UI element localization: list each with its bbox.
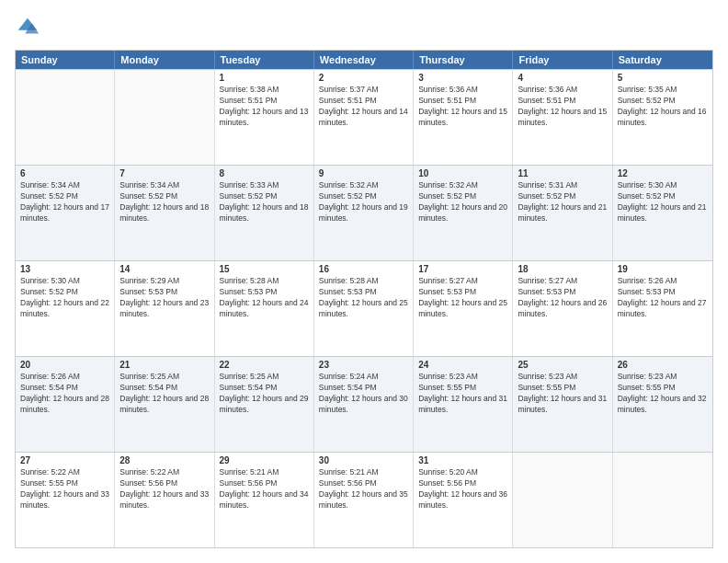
day-info: Sunrise: 5:26 AM Sunset: 5:54 PM Dayligh… — [20, 372, 109, 416]
calendar-day-1: 1Sunrise: 5:38 AM Sunset: 5:51 PM Daylig… — [215, 70, 314, 165]
day-info: Sunrise: 5:32 AM Sunset: 5:52 PM Dayligh… — [418, 180, 507, 224]
day-header-thursday: Thursday — [414, 51, 513, 69]
day-number: 11 — [518, 168, 607, 178]
day-info: Sunrise: 5:38 AM Sunset: 5:51 PM Dayligh… — [220, 85, 309, 129]
day-info: Sunrise: 5:30 AM Sunset: 5:52 PM Dayligh… — [618, 180, 708, 224]
day-info: Sunrise: 5:21 AM Sunset: 5:56 PM Dayligh… — [319, 467, 408, 511]
day-number: 4 — [518, 73, 607, 83]
day-number: 30 — [319, 455, 408, 465]
calendar-day-15: 15Sunrise: 5:28 AM Sunset: 5:53 PM Dayli… — [215, 261, 314, 356]
day-info: Sunrise: 5:34 AM Sunset: 5:52 PM Dayligh… — [119, 180, 209, 224]
day-number: 13 — [20, 264, 109, 274]
calendar-day-30: 30Sunrise: 5:21 AM Sunset: 5:56 PM Dayli… — [314, 453, 414, 547]
day-info: Sunrise: 5:32 AM Sunset: 5:52 PM Dayligh… — [319, 180, 408, 224]
calendar: SundayMondayTuesdayWednesdayThursdayFrid… — [15, 50, 713, 548]
day-header-tuesday: Tuesday — [215, 51, 314, 69]
day-info: Sunrise: 5:33 AM Sunset: 5:52 PM Dayligh… — [220, 180, 309, 224]
logo-icon — [15, 15, 40, 40]
calendar-day-27: 27Sunrise: 5:22 AM Sunset: 5:55 PM Dayli… — [16, 453, 115, 547]
calendar-week-1: 1Sunrise: 5:38 AM Sunset: 5:51 PM Daylig… — [16, 69, 712, 165]
day-number: 28 — [119, 455, 209, 465]
day-number: 19 — [618, 264, 708, 274]
calendar-week-4: 20Sunrise: 5:26 AM Sunset: 5:54 PM Dayli… — [16, 356, 712, 452]
calendar-day-19: 19Sunrise: 5:26 AM Sunset: 5:53 PM Dayli… — [613, 261, 712, 356]
day-info: Sunrise: 5:36 AM Sunset: 5:51 PM Dayligh… — [418, 85, 507, 129]
calendar-day-13: 13Sunrise: 5:30 AM Sunset: 5:52 PM Dayli… — [16, 261, 115, 356]
calendar-day-31: 31Sunrise: 5:20 AM Sunset: 5:56 PM Dayli… — [414, 453, 513, 547]
day-info: Sunrise: 5:25 AM Sunset: 5:54 PM Dayligh… — [220, 372, 309, 416]
calendar-day-4: 4Sunrise: 5:36 AM Sunset: 5:51 PM Daylig… — [513, 70, 612, 165]
day-number: 21 — [119, 360, 209, 370]
calendar-week-5: 27Sunrise: 5:22 AM Sunset: 5:55 PM Dayli… — [16, 452, 712, 547]
calendar-day-10: 10Sunrise: 5:32 AM Sunset: 5:52 PM Dayli… — [414, 166, 513, 260]
calendar-day-21: 21Sunrise: 5:25 AM Sunset: 5:54 PM Dayli… — [115, 357, 214, 452]
day-info: Sunrise: 5:35 AM Sunset: 5:52 PM Dayligh… — [618, 85, 708, 129]
day-number: 31 — [418, 455, 507, 465]
calendar-week-3: 13Sunrise: 5:30 AM Sunset: 5:52 PM Dayli… — [16, 260, 712, 356]
day-number: 3 — [418, 73, 507, 83]
calendar-day-8: 8Sunrise: 5:33 AM Sunset: 5:52 PM Daylig… — [215, 166, 314, 260]
day-number: 29 — [220, 455, 309, 465]
day-number: 16 — [319, 264, 408, 274]
calendar-day-2: 2Sunrise: 5:37 AM Sunset: 5:51 PM Daylig… — [314, 70, 414, 165]
day-info: Sunrise: 5:26 AM Sunset: 5:53 PM Dayligh… — [618, 276, 708, 320]
calendar-day-25: 25Sunrise: 5:23 AM Sunset: 5:55 PM Dayli… — [513, 357, 612, 452]
calendar-day-16: 16Sunrise: 5:28 AM Sunset: 5:53 PM Dayli… — [314, 261, 414, 356]
day-number: 24 — [418, 360, 507, 370]
calendar-day-20: 20Sunrise: 5:26 AM Sunset: 5:54 PM Dayli… — [16, 357, 115, 452]
calendar-day-28: 28Sunrise: 5:22 AM Sunset: 5:56 PM Dayli… — [115, 453, 214, 547]
day-info: Sunrise: 5:36 AM Sunset: 5:51 PM Dayligh… — [518, 85, 607, 129]
day-number: 20 — [20, 360, 109, 370]
calendar-day-12: 12Sunrise: 5:30 AM Sunset: 5:52 PM Dayli… — [613, 166, 712, 260]
day-info: Sunrise: 5:37 AM Sunset: 5:51 PM Dayligh… — [319, 85, 408, 129]
day-number: 15 — [220, 264, 309, 274]
day-number: 22 — [220, 360, 309, 370]
day-info: Sunrise: 5:23 AM Sunset: 5:55 PM Dayligh… — [618, 372, 708, 416]
day-info: Sunrise: 5:34 AM Sunset: 5:52 PM Dayligh… — [20, 180, 109, 224]
day-info: Sunrise: 5:22 AM Sunset: 5:55 PM Dayligh… — [20, 467, 109, 511]
day-number: 1 — [220, 73, 309, 83]
day-info: Sunrise: 5:20 AM Sunset: 5:56 PM Dayligh… — [418, 467, 507, 511]
day-number: 10 — [418, 168, 507, 178]
calendar-day-26: 26Sunrise: 5:23 AM Sunset: 5:55 PM Dayli… — [613, 357, 712, 452]
day-number: 9 — [319, 168, 408, 178]
calendar-day-29: 29Sunrise: 5:21 AM Sunset: 5:56 PM Dayli… — [215, 453, 314, 547]
calendar-day-14: 14Sunrise: 5:29 AM Sunset: 5:53 PM Dayli… — [115, 261, 214, 356]
day-info: Sunrise: 5:24 AM Sunset: 5:54 PM Dayligh… — [319, 372, 408, 416]
day-number: 17 — [418, 264, 507, 274]
day-info: Sunrise: 5:31 AM Sunset: 5:52 PM Dayligh… — [518, 180, 607, 224]
day-info: Sunrise: 5:30 AM Sunset: 5:52 PM Dayligh… — [20, 276, 109, 320]
calendar-day-5: 5Sunrise: 5:35 AM Sunset: 5:52 PM Daylig… — [613, 70, 712, 165]
calendar-day-22: 22Sunrise: 5:25 AM Sunset: 5:54 PM Dayli… — [215, 357, 314, 452]
calendar-day-23: 23Sunrise: 5:24 AM Sunset: 5:54 PM Dayli… — [314, 357, 414, 452]
day-header-sunday: Sunday — [16, 51, 115, 69]
day-number: 25 — [518, 360, 607, 370]
day-number: 2 — [319, 73, 408, 83]
calendar-day-empty — [16, 70, 115, 165]
day-info: Sunrise: 5:23 AM Sunset: 5:55 PM Dayligh… — [518, 372, 607, 416]
day-header-monday: Monday — [115, 51, 214, 69]
calendar-day-9: 9Sunrise: 5:32 AM Sunset: 5:52 PM Daylig… — [314, 166, 414, 260]
day-number: 14 — [119, 264, 209, 274]
day-info: Sunrise: 5:21 AM Sunset: 5:56 PM Dayligh… — [220, 467, 309, 511]
day-number: 8 — [220, 168, 309, 178]
calendar-body: 1Sunrise: 5:38 AM Sunset: 5:51 PM Daylig… — [16, 69, 712, 547]
calendar-header: SundayMondayTuesdayWednesdayThursdayFrid… — [16, 51, 712, 69]
calendar-day-11: 11Sunrise: 5:31 AM Sunset: 5:52 PM Dayli… — [513, 166, 612, 260]
day-header-wednesday: Wednesday — [314, 51, 414, 69]
calendar-day-empty — [613, 453, 712, 547]
calendar-day-17: 17Sunrise: 5:27 AM Sunset: 5:53 PM Dayli… — [414, 261, 513, 356]
calendar-day-3: 3Sunrise: 5:36 AM Sunset: 5:51 PM Daylig… — [414, 70, 513, 165]
day-header-friday: Friday — [513, 51, 612, 69]
day-info: Sunrise: 5:22 AM Sunset: 5:56 PM Dayligh… — [119, 467, 209, 511]
day-number: 5 — [618, 73, 708, 83]
day-header-saturday: Saturday — [613, 51, 712, 69]
calendar-day-24: 24Sunrise: 5:23 AM Sunset: 5:55 PM Dayli… — [414, 357, 513, 452]
day-number: 7 — [119, 168, 209, 178]
day-number: 12 — [618, 168, 708, 178]
day-number: 27 — [20, 455, 109, 465]
calendar-day-empty — [513, 453, 612, 547]
day-info: Sunrise: 5:23 AM Sunset: 5:55 PM Dayligh… — [418, 372, 507, 416]
calendar-day-6: 6Sunrise: 5:34 AM Sunset: 5:52 PM Daylig… — [16, 166, 115, 260]
calendar-day-7: 7Sunrise: 5:34 AM Sunset: 5:52 PM Daylig… — [115, 166, 214, 260]
